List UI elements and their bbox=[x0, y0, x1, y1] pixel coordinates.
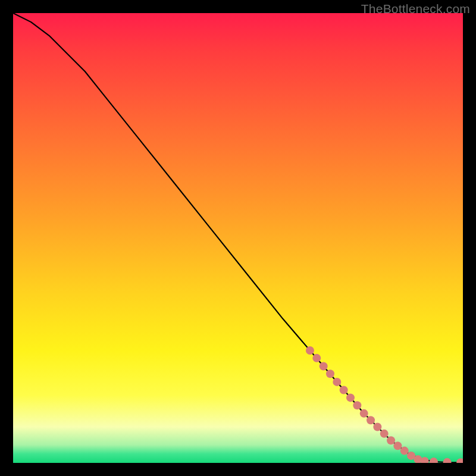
marker-dot bbox=[387, 436, 395, 444]
chart-overlay-svg bbox=[13, 13, 463, 463]
marker-dot bbox=[312, 354, 321, 362]
marker-dot bbox=[346, 393, 355, 402]
plot-area bbox=[13, 13, 463, 463]
marker-dot bbox=[320, 362, 328, 370]
marker-dot bbox=[360, 409, 368, 418]
marker-dot bbox=[326, 369, 334, 378]
marker-dot bbox=[430, 458, 438, 463]
marker-dot bbox=[340, 386, 348, 394]
marker-dot bbox=[353, 401, 361, 409]
watermark-text: TheBottleneck.com bbox=[361, 2, 470, 16]
marker-dot bbox=[367, 416, 375, 424]
marker-dot bbox=[456, 458, 463, 463]
curve-line bbox=[13, 13, 463, 462]
marker-dot bbox=[393, 441, 402, 450]
marker-dot bbox=[443, 458, 452, 463]
marker-dot bbox=[306, 346, 314, 355]
marker-dot bbox=[380, 430, 389, 438]
chart-frame: TheBottleneck.com bbox=[0, 0, 476, 476]
marker-dot bbox=[400, 447, 409, 455]
marker-dot bbox=[373, 423, 381, 431]
marker-dot bbox=[333, 378, 341, 386]
marker-dots-group bbox=[306, 346, 463, 463]
